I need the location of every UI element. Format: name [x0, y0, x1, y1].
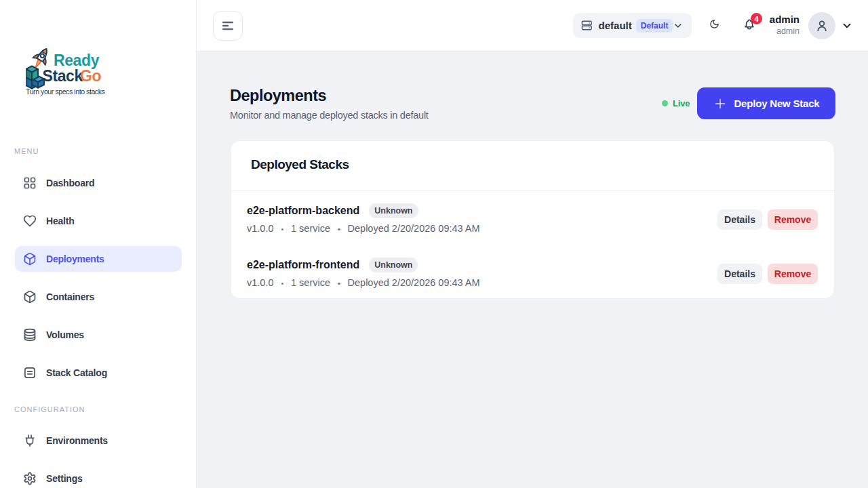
svg-text:Go: Go	[80, 67, 101, 85]
svg-text:Turn your specs into stacks: Turn your specs into stacks	[26, 87, 105, 96]
svg-text:Stack: Stack	[43, 67, 83, 85]
